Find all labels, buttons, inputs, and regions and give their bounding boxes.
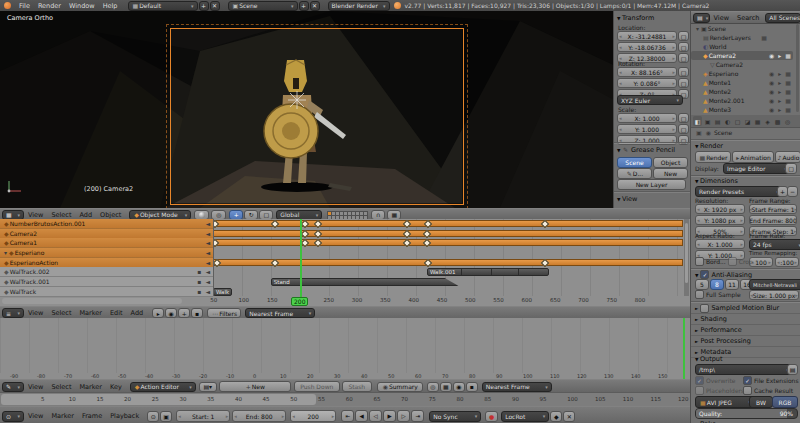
speaker-icon[interactable]: ◄ (204, 259, 211, 266)
add-layout-button[interactable]: + (199, 1, 209, 11)
menu-search[interactable]: Search (733, 14, 763, 22)
nla-scrollbar[interactable] (684, 219, 689, 296)
push-down-button[interactable]: Push Down (294, 381, 340, 392)
gp-new-layer-button[interactable]: New Layer (617, 179, 686, 190)
toggle-icon-button[interactable]: + (178, 308, 190, 318)
properties-tab-8[interactable]: ▩ (773, 116, 782, 126)
outliner-row-renderlayers[interactable]: ▤RenderLayers▦ (691, 33, 793, 42)
menu-marker[interactable]: Marker (76, 383, 106, 391)
gp-new-button[interactable]: New (653, 168, 688, 179)
restrict-select-icon[interactable]: ▸ (777, 52, 782, 59)
speaker-icon[interactable]: ◄ (204, 249, 211, 256)
menu-marker[interactable]: Marker (47, 412, 77, 420)
panel-header-performance[interactable]: Performance (691, 325, 800, 336)
pivot-point-button[interactable]: ◎ (211, 210, 226, 220)
viewport-3d[interactable]: Camera Ortho (200) Camera2 (0, 11, 690, 208)
properties-tab-6[interactable]: ▦ (753, 116, 762, 126)
outliner-row-camera2[interactable]: ◆Camera2◉▸▦ (691, 51, 793, 60)
frame-range-field[interactable]: Start Frame: 1 (749, 204, 797, 214)
render-presets-selector[interactable]: Render Presets (695, 186, 783, 197)
sync-mode-selector[interactable]: No Sync (429, 411, 481, 422)
transform-value-field[interactable]: Z: 1.000 (617, 135, 677, 145)
speaker-icon[interactable]: ◄ (204, 278, 211, 285)
auto-snap-selector[interactable]: Nearest Frame (482, 382, 552, 392)
restrict-select-icon[interactable]: ▸ (777, 106, 782, 113)
outliner-scope-selector[interactable]: All Scenes (765, 13, 800, 23)
render-render-button[interactable]: ▦Render (695, 151, 731, 163)
restrict-render-icon[interactable]: ▦ (784, 79, 792, 86)
menu-view[interactable]: View (710, 14, 733, 22)
keying-set-field[interactable]: LocRot (501, 411, 549, 422)
aa-samples-8-button[interactable]: 8 (710, 279, 724, 290)
restrict-render-icon[interactable]: ▦ (784, 97, 792, 104)
antialiasing-checkbox[interactable] (700, 270, 709, 279)
menu-key[interactable]: Key (106, 383, 126, 391)
antialiasing-panel-header[interactable] (695, 271, 698, 279)
menu-playback[interactable]: Playback (106, 412, 143, 420)
gp-draw-button[interactable]: ✎ D... (617, 168, 652, 179)
folder-browse-button[interactable]: ▤ (787, 364, 798, 375)
toggle-icon-button[interactable]: ▸ (152, 308, 164, 318)
grease-pencil-panel-header[interactable]: ✎ Grease Pencil (617, 146, 675, 154)
panel-header-shading[interactable]: Shading (691, 314, 800, 325)
screen-layout-selector[interactable]: ▦ Default (128, 1, 198, 11)
eye-icon[interactable]: ◉ (768, 106, 775, 113)
outliner-row-scene[interactable]: ▾▣Scene (691, 24, 793, 33)
mode-selector[interactable]: ◆ Object Mode (129, 210, 191, 220)
manipulator-button[interactable]: ▢ (259, 210, 273, 220)
viewport-shading-button[interactable] (194, 210, 209, 220)
lock-icon[interactable]: ▪ (196, 288, 202, 295)
menu-object[interactable]: Object (96, 211, 125, 219)
insert-keyframe-button[interactable]: ◆ (550, 411, 562, 422)
remove-preset-button[interactable]: − (787, 186, 798, 197)
toggle-icon-button[interactable]: ▪ (191, 308, 203, 318)
filter-icon-button[interactable]: ◎ (427, 382, 439, 392)
bw-button[interactable]: BW (749, 396, 773, 408)
fps-selector[interactable]: 24 fps (749, 239, 800, 250)
view-panel-header[interactable]: View (617, 195, 637, 203)
eye-icon[interactable]: ◉ (768, 52, 775, 59)
properties-tab-5[interactable]: ◪ (743, 116, 752, 126)
menu-select[interactable]: Select (47, 309, 75, 317)
properties-tab-0[interactable]: ◧ (693, 116, 702, 126)
quality-slider[interactable]: Quality: 90% (695, 408, 798, 419)
nla-channel-camera1[interactable]: ◆Camera1◄ (0, 238, 213, 248)
speaker-icon[interactable]: ◄ (204, 239, 211, 246)
properties-tab-2[interactable]: ▤ (713, 116, 722, 126)
time-remap-field[interactable]: :100 (775, 257, 799, 267)
display-lock-button[interactable]: ▢ (785, 163, 797, 174)
render-audio-button[interactable]: ♪Audio (775, 151, 800, 163)
jump-to-end-button[interactable]: ⇥ (411, 410, 424, 422)
nla-action-strip[interactable] (213, 220, 683, 227)
end-frame-field[interactable]: End: 800 (232, 410, 286, 422)
nla-channel-scrollbar[interactable] (2, 298, 182, 304)
speaker-icon[interactable]: ◄ (204, 220, 211, 227)
restrict-render-icon[interactable]: ▦ (784, 70, 792, 77)
file-format-selector[interactable]: ▦ AVI JPEG (695, 396, 755, 408)
menu-edit[interactable]: Edit (106, 309, 127, 317)
properties-tab-3[interactable]: ◐ (723, 116, 732, 126)
full-sample-checkbox[interactable] (695, 290, 704, 299)
menu-add[interactable]: Add (76, 211, 97, 219)
editor-type-button[interactable]: ▦ (2, 210, 24, 220)
lock-toggle[interactable]: ▢ (678, 135, 689, 145)
auto-keyframe-record-button[interactable]: ● (485, 411, 498, 422)
nla-action-strip[interactable] (213, 239, 683, 246)
outliner-row-monte2.001[interactable]: ▲Monte2.001◉▸▦ (691, 96, 793, 105)
menu-file[interactable]: File (15, 2, 34, 10)
snap-magnet-button[interactable]: ∩ (371, 210, 385, 220)
rgb-button[interactable]: RGB (772, 396, 798, 408)
menu-view[interactable]: View (24, 309, 47, 317)
editor-type-button[interactable]: ≡ (2, 308, 24, 318)
lock-toggle[interactable]: ▢ (678, 67, 689, 77)
play-reverse-button[interactable]: ◁ (369, 410, 382, 422)
speaker-icon[interactable]: ◄ (204, 268, 211, 275)
render-panel-header[interactable]: Render (695, 142, 723, 150)
properties-tab-7[interactable]: ◈ (763, 116, 772, 126)
motion-blur-checkbox[interactable] (700, 304, 709, 313)
delete-layout-button[interactable]: ✕ (210, 1, 220, 11)
clock-icon-button[interactable]: ⊙ (147, 411, 159, 422)
menu-add[interactable]: Add (127, 309, 148, 317)
panel-header-sampled-motion-blur[interactable]: Sampled Motion Blur (691, 303, 800, 314)
transform-value-field[interactable]: Y: 1.000 (617, 124, 677, 134)
